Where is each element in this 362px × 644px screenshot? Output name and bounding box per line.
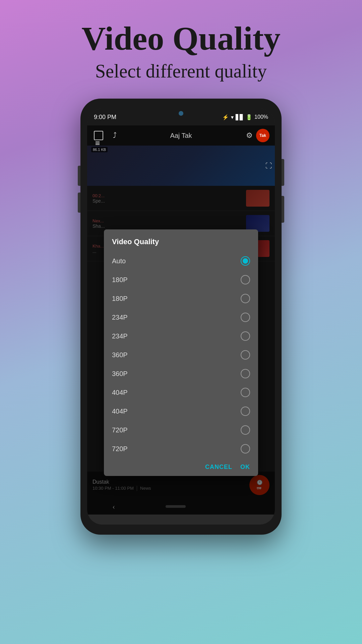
share-icon: ⤴	[113, 131, 117, 140]
settings-icon[interactable]: ⚙	[246, 131, 253, 140]
front-camera	[179, 111, 183, 116]
volume-up-button[interactable]	[78, 166, 80, 186]
status-icons: ⚡ ▾ ▋▊ 🔋 100%	[222, 114, 268, 120]
ok-button[interactable]: OK	[240, 464, 250, 471]
quality-option-180p-2[interactable]: 180P	[104, 289, 258, 308]
quality-option-720p-1[interactable]: 720P	[104, 421, 258, 439]
radio-360p-1[interactable]	[241, 350, 250, 360]
dialog-title: Video Quality	[104, 229, 258, 252]
radio-720p-2[interactable]	[241, 444, 250, 453]
radio-inner-auto	[243, 258, 248, 264]
quality-label-234p-2: 234P	[112, 332, 128, 340]
quality-option-360p-1[interactable]: 360P	[104, 345, 258, 364]
app-bar-left: ⤴	[93, 129, 121, 142]
expand-icon[interactable]: ⛶	[265, 162, 272, 170]
pip-button[interactable]	[93, 129, 105, 142]
radio-234p-2[interactable]	[241, 331, 250, 341]
bolt-icon: ⚡	[222, 114, 229, 120]
radio-404p-1[interactable]	[241, 388, 250, 397]
quality-label-180p-2: 180P	[112, 295, 128, 303]
radio-720p-1[interactable]	[241, 425, 250, 435]
status-bar: 9:00 PM ⚡ ▾ ▋▊ 🔋 100%	[87, 109, 275, 125]
radio-234p-1[interactable]	[241, 313, 250, 322]
app-bar-title: Aaj Tak	[170, 132, 192, 140]
page-subtitle: Select different quality	[81, 60, 281, 82]
page-title: Video Quality	[81, 20, 281, 57]
battery-percent: 100%	[254, 114, 268, 120]
quality-label-404p-1: 404P	[112, 389, 128, 396]
quality-label-auto: Auto	[112, 257, 126, 265]
dialog-overlay: Video Quality Auto 180P	[87, 186, 275, 515]
status-time: 9:00 PM	[94, 114, 116, 121]
quality-option-234p-1[interactable]: 234P	[104, 308, 258, 327]
share-button[interactable]: ⤴	[109, 129, 121, 142]
quality-option-auto[interactable]: Auto	[104, 252, 258, 270]
radio-180p-1[interactable]	[241, 275, 250, 284]
quality-option-360p-2[interactable]: 360P	[104, 364, 258, 383]
page-header: Video Quality Select different quality	[68, 0, 294, 92]
wifi-icon: ▾	[231, 114, 234, 120]
notch	[161, 109, 201, 118]
quality-label-360p-2: 360P	[112, 370, 128, 378]
dialog-actions: CANCEL OK	[104, 458, 258, 476]
quality-label-720p-1: 720P	[112, 426, 128, 434]
app-bar: ⤴ Aaj Tak ⚙ Tak	[87, 125, 275, 146]
quality-label-234p-1: 234P	[112, 314, 128, 321]
quality-option-180p-1[interactable]: 180P	[104, 270, 258, 289]
quality-label-360p-1: 360P	[112, 351, 128, 359]
battery-icon: 🔋	[246, 114, 252, 120]
cancel-button[interactable]: CANCEL	[205, 464, 232, 471]
quality-label-180p-1: 180P	[112, 276, 128, 284]
quality-list: Auto 180P 180P	[104, 252, 258, 458]
volume-down-button[interactable]	[78, 193, 80, 213]
quality-option-234p-2[interactable]: 234P	[104, 327, 258, 345]
video-quality-dialog: Video Quality Auto 180P	[104, 229, 258, 476]
radio-auto[interactable]	[241, 256, 250, 266]
quality-option-404p-2[interactable]: 404P	[104, 402, 258, 421]
video-area[interactable]: 86.1 KB ⛶	[87, 146, 275, 186]
video-overlay: ⛶	[87, 146, 275, 186]
quality-label-720p-2: 720P	[112, 445, 128, 453]
radio-404p-2[interactable]	[241, 407, 250, 416]
pip-icon	[94, 131, 103, 140]
channel-logo: Tak	[256, 129, 269, 142]
quality-label-404p-2: 404P	[112, 408, 128, 415]
content-area: 00:2... Spe... Nex... Sha... Kha... ..	[87, 186, 275, 515]
radio-360p-2[interactable]	[241, 369, 250, 378]
quality-option-404p-1[interactable]: 404P	[104, 383, 258, 402]
phone-frame: 9:00 PM ⚡ ▾ ▋▊ 🔋 100% ⤴ Aaj Tak ⚙	[80, 99, 282, 535]
signal-bars-icon: ▋▊	[236, 114, 244, 120]
quality-option-720p-2[interactable]: 720P	[104, 439, 258, 458]
phone-screen: 9:00 PM ⚡ ▾ ▋▊ 🔋 100% ⤴ Aaj Tak ⚙	[87, 109, 275, 525]
radio-180p-2[interactable]	[241, 294, 250, 303]
